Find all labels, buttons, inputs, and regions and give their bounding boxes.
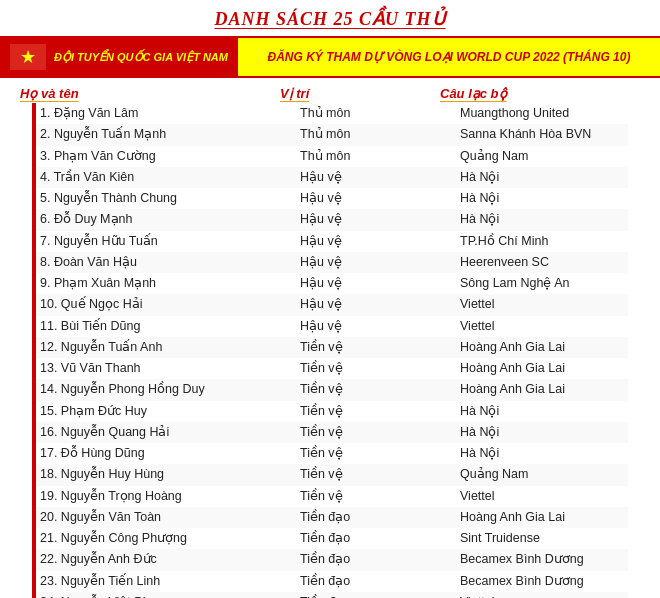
player-name: 5. Nguyễn Thành Chung — [40, 188, 300, 209]
player-row: 2. Nguyễn Tuấn Mạnh Thủ môn Sanna Khánh … — [36, 124, 628, 145]
player-name: 22. Nguyễn Anh Đức — [40, 549, 300, 570]
player-name: 16. Nguyễn Quang Hải — [40, 422, 300, 443]
player-row: 9. Phạm Xuân Mạnh Hậu vệ Sông Lam Nghệ A… — [36, 273, 628, 294]
player-row: 20. Nguyễn Văn Toàn Tiền đạo Hoàng Anh G… — [36, 507, 628, 528]
player-club: Sint Truidense — [460, 528, 624, 549]
player-club: Sông Lam Nghệ An — [460, 273, 624, 294]
player-position: Thủ môn — [300, 103, 460, 124]
player-position: Hậu vệ — [300, 273, 460, 294]
player-club: Heerenveen SC — [460, 252, 624, 273]
player-position: Hậu vệ — [300, 252, 460, 273]
player-club: Hà Nội — [460, 401, 624, 422]
player-row: 19. Nguyễn Trọng Hoàng Tiền vệ Viettel — [36, 486, 628, 507]
player-row: 16. Nguyễn Quang Hải Tiền vệ Hà Nội — [36, 422, 628, 443]
player-name: 15. Phạm Đức Huy — [40, 401, 300, 422]
player-club: Muangthong United — [460, 103, 624, 124]
flag-icon: ★ — [10, 44, 46, 70]
player-position: Thủ môn — [300, 146, 460, 167]
player-position: Thủ môn — [300, 124, 460, 145]
player-row: 18. Nguyễn Huy Hùng Tiền vệ Quảng Nam — [36, 464, 628, 485]
player-name: 20. Nguyễn Văn Toàn — [40, 507, 300, 528]
player-row: 6. Đỗ Duy Mạnh Hậu vệ Hà Nội — [36, 209, 628, 230]
player-club: Viettel — [460, 316, 624, 337]
team-name: ĐỘI TUYỂN QUỐC GIA VIỆT NAM — [54, 50, 228, 64]
player-club: Hà Nội — [460, 188, 624, 209]
player-club: Viettel — [460, 486, 624, 507]
player-club: Sanna Khánh Hòa BVN — [460, 124, 624, 145]
player-position: Tiền đạo — [300, 549, 460, 570]
player-row: 11. Bùi Tiến Dũng Hậu vệ Viettel — [36, 316, 628, 337]
team-block: ★ ĐỘI TUYỂN QUỐC GIA VIỆT NAM — [0, 38, 238, 76]
player-club: Hoàng Anh Gia Lai — [460, 337, 624, 358]
player-name: 17. Đỗ Hùng Dũng — [40, 443, 300, 464]
player-name: 10. Quế Ngọc Hải — [40, 294, 300, 315]
main-container: DANH SÁCH 25 CẦU THỦ ★ ĐỘI TUYỂN QUỐC GI… — [0, 0, 660, 598]
player-name: 19. Nguyễn Trọng Hoàng — [40, 486, 300, 507]
player-position: Tiền vệ — [300, 443, 460, 464]
player-name: 6. Đỗ Duy Mạnh — [40, 209, 300, 230]
col-header-name: Họ và tên — [20, 86, 280, 101]
player-row: 23. Nguyễn Tiến Linh Tiền đạo Becamex Bì… — [36, 571, 628, 592]
player-row: 21. Nguyễn Công Phượng Tiền đạo Sint Tru… — [36, 528, 628, 549]
page-title: DANH SÁCH 25 CẦU THỦ — [0, 0, 660, 34]
player-club: Viettel — [460, 294, 624, 315]
player-name: 4. Trần Văn Kiên — [40, 167, 300, 188]
player-position: Tiền đạo — [300, 528, 460, 549]
sub-header: ★ ĐỘI TUYỂN QUỐC GIA VIỆT NAM ĐĂNG KÝ TH… — [0, 36, 660, 78]
registration-block: ĐĂNG KÝ THAM DỰ VÒNG LOẠI WORLD CUP 2022… — [238, 38, 660, 76]
player-club: Hà Nội — [460, 209, 624, 230]
player-club: Becamex Bình Dương — [460, 549, 624, 570]
player-name: 23. Nguyễn Tiến Linh — [40, 571, 300, 592]
player-row: 13. Vũ Văn Thanh Tiền vệ Hoàng Anh Gia L… — [36, 358, 628, 379]
player-row: 1. Đặng Văn Lâm Thủ môn Muangthong Unite… — [36, 103, 628, 124]
player-row: 5. Nguyễn Thành Chung Hậu vệ Hà Nội — [36, 188, 628, 209]
player-position: Tiền đạo — [300, 571, 460, 592]
player-row: 24. Nguyễn Việt Phong Tiền đạo Viettel — [36, 592, 628, 598]
player-club: Becamex Bình Dương — [460, 571, 624, 592]
player-row: 12. Nguyễn Tuấn Anh Tiền vệ Hoàng Anh Gi… — [36, 337, 628, 358]
player-club: Hoàng Anh Gia Lai — [460, 379, 624, 400]
player-row: 22. Nguyễn Anh Đức Tiền đạo Becamex Bình… — [36, 549, 628, 570]
player-club: Hoàng Anh Gia Lai — [460, 358, 624, 379]
player-name: 13. Vũ Văn Thanh — [40, 358, 300, 379]
table-section: Họ và tên Vị trí Câu lạc bộ 1. Đặng Văn … — [0, 78, 660, 598]
player-club: Hoàng Anh Gia Lai — [460, 507, 624, 528]
player-name: 14. Nguyễn Phong Hồng Duy — [40, 379, 300, 400]
player-position: Tiền vệ — [300, 422, 460, 443]
player-position: Tiền vệ — [300, 358, 460, 379]
player-row: 17. Đỗ Hùng Dũng Tiền vệ Hà Nội — [36, 443, 628, 464]
col-header-club: Câu lạc bộ — [440, 86, 640, 101]
player-name: 9. Phạm Xuân Mạnh — [40, 273, 300, 294]
player-row: 4. Trần Văn Kiên Hậu vệ Hà Nội — [36, 167, 628, 188]
player-club: Hà Nội — [460, 422, 624, 443]
player-row: 8. Đoàn Văn Hậu Hậu vệ Heerenveen SC — [36, 252, 628, 273]
player-name: 24. Nguyễn Việt Phong — [40, 592, 300, 598]
player-position: Hậu vệ — [300, 209, 460, 230]
player-row: 15. Phạm Đức Huy Tiền vệ Hà Nội — [36, 401, 628, 422]
player-name: 2. Nguyễn Tuấn Mạnh — [40, 124, 300, 145]
player-club: Hà Nội — [460, 167, 624, 188]
player-name: 18. Nguyễn Huy Hùng — [40, 464, 300, 485]
player-position: Hậu vệ — [300, 316, 460, 337]
col-header-position: Vị trí — [280, 86, 440, 101]
player-position: Hậu vệ — [300, 167, 460, 188]
player-position: Tiền đạo — [300, 592, 460, 598]
player-name: 7. Nguyễn Hữu Tuấn — [40, 231, 300, 252]
player-club: Quảng Nam — [460, 146, 624, 167]
player-position: Tiền vệ — [300, 379, 460, 400]
player-club: TP.Hồ Chí Minh — [460, 231, 624, 252]
player-position: Tiền vệ — [300, 401, 460, 422]
registration-text: ĐĂNG KÝ THAM DỰ VÒNG LOẠI WORLD CUP 2022… — [268, 49, 631, 66]
player-row: 3. Phạm Văn Cường Thủ môn Quảng Nam — [36, 146, 628, 167]
player-position: Hậu vệ — [300, 231, 460, 252]
player-row: 7. Nguyễn Hữu Tuấn Hậu vệ TP.Hồ Chí Minh — [36, 231, 628, 252]
player-name: 8. Đoàn Văn Hậu — [40, 252, 300, 273]
player-position: Tiền đạo — [300, 507, 460, 528]
player-name: 12. Nguyễn Tuấn Anh — [40, 337, 300, 358]
player-position: Hậu vệ — [300, 294, 460, 315]
player-club: Viettel — [460, 592, 624, 598]
player-row: 10. Quế Ngọc Hải Hậu vệ Viettel — [36, 294, 628, 315]
player-club: Quảng Nam — [460, 464, 624, 485]
player-name: 21. Nguyễn Công Phượng — [40, 528, 300, 549]
column-headers: Họ và tên Vị trí Câu lạc bộ — [16, 86, 644, 101]
